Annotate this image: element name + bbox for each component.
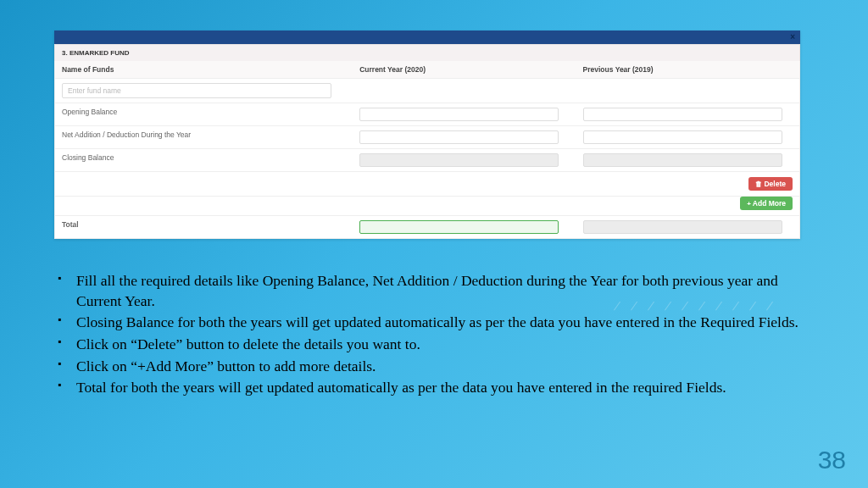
fund-name-input[interactable] [62, 83, 331, 98]
action-button-row: +Add More [54, 197, 800, 216]
col-current-year: Current Year (2020) [353, 61, 576, 78]
row-total: Total [55, 216, 353, 238]
row-closing-balance: Closing Balance [55, 149, 353, 171]
action-button-row: 🗑Delete [54, 172, 800, 197]
row-opening-balance: Opening Balance [55, 103, 353, 125]
col-previous-year: Previous Year (2019) [576, 61, 799, 78]
table-row: Opening Balance [54, 103, 800, 126]
instruction-item: Fill all the required details like Openi… [75, 271, 800, 311]
plus-icon: + [747, 200, 751, 208]
app-window: × 3. ENMARKED FUND Name of Funds Current… [54, 30, 800, 239]
total-previous-output [583, 220, 782, 234]
section-title: 3. ENMARKED FUND [54, 44, 800, 61]
instruction-item: Total for both the years will get update… [75, 378, 800, 398]
opening-current-input[interactable] [359, 108, 559, 121]
instruction-item: Click on “Delete” button to delete the d… [75, 335, 800, 355]
delete-button[interactable]: 🗑Delete [748, 177, 793, 191]
table-row: Total [54, 216, 800, 239]
table-row: Net Addition / Deduction During the Year [54, 126, 800, 149]
instruction-item: Closing Balance for both the years will … [75, 313, 800, 333]
net-previous-input[interactable] [583, 130, 782, 144]
table-row [54, 79, 800, 103]
add-more-button[interactable]: +Add More [740, 197, 793, 210]
close-icon[interactable]: × [790, 32, 795, 42]
table-row: Closing Balance [54, 149, 800, 172]
instructions-block: Fill all the required details like Openi… [54, 271, 800, 400]
row-net-addition: Net Addition / Deduction During the Year [55, 126, 353, 148]
page-number: 38 [818, 446, 846, 474]
col-name-of-funds: Name of Funds [55, 61, 353, 78]
closing-previous-output [583, 153, 782, 167]
table-header-row: Name of Funds Current Year (2020) Previo… [54, 61, 800, 79]
add-more-button-label: Add More [753, 199, 786, 208]
closing-current-output [359, 153, 559, 167]
total-current-output [359, 220, 559, 234]
opening-previous-input[interactable] [583, 108, 782, 121]
delete-button-label: Delete [764, 180, 786, 188]
trash-icon: 🗑 [755, 180, 762, 188]
instruction-item: Click on “+Add More” button to add more … [75, 357, 800, 377]
net-current-input[interactable] [359, 130, 559, 144]
app-title-bar: × [54, 30, 800, 44]
